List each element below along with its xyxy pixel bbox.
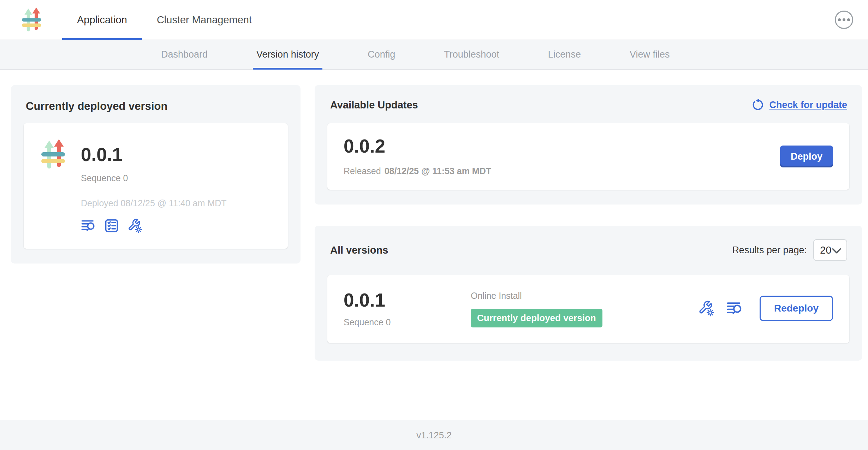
edit-config-icon[interactable]	[127, 218, 142, 233]
release-notes-icon[interactable]	[81, 218, 96, 233]
update-version-number: 0.0.2	[344, 137, 491, 155]
release-notes-icon[interactable]	[726, 300, 743, 316]
all-versions-card: All versions Results per page: 20 0.0.	[315, 226, 862, 361]
console-version: v1.125.2	[416, 430, 452, 441]
version-row: 0.0.1 Sequence 0 Online Install Currentl…	[327, 275, 849, 343]
check-for-update-link[interactable]: Check for update	[751, 99, 847, 111]
version-row-actions: Redeploy	[698, 296, 833, 321]
deployed-version-number: 0.0.1	[81, 145, 227, 164]
tab-application-label: Application	[77, 14, 127, 26]
subnav-tab-dashboard[interactable]: Dashboard	[160, 40, 209, 69]
check-for-update-label: Check for update	[769, 100, 847, 111]
results-per-page: Results per page: 20	[732, 239, 847, 261]
deploy-button[interactable]: Deploy	[780, 146, 833, 167]
currently-deployed-title: Currently deployed version	[26, 100, 288, 113]
edit-config-icon[interactable]	[698, 300, 714, 316]
available-updates-header: Available Updates Check for update	[327, 96, 849, 111]
deployed-sequence: Sequence 0	[81, 173, 227, 183]
tab-cluster-management-label: Cluster Management	[157, 14, 252, 26]
tab-application[interactable]: Application	[62, 0, 142, 40]
available-updates-title: Available Updates	[330, 99, 418, 111]
tab-cluster-management[interactable]: Cluster Management	[142, 0, 267, 40]
admin-console-page: Application Cluster Management Dashboard…	[0, 0, 868, 450]
app-logo-icon	[19, 6, 47, 34]
install-type-label: Online Install	[471, 291, 602, 301]
header-nav: Application Cluster Management	[62, 0, 267, 40]
ellipsis-icon	[838, 18, 841, 21]
deployed-version-actions	[81, 218, 227, 233]
right-column: Available Updates Check for update 0.0.2…	[315, 85, 862, 361]
results-per-page-select[interactable]: 20	[813, 239, 847, 261]
chevron-down-icon	[832, 248, 841, 254]
version-row-identity: 0.0.1 Sequence 0	[344, 291, 471, 327]
deployed-version-details: 0.0.1 Sequence 0 Deployed 08/12/25 @ 11:…	[81, 137, 227, 233]
currently-deployed-badge: Currently deployed version	[471, 309, 602, 327]
version-history-content: Currently deployed version 0.0.1 Sequenc…	[0, 70, 868, 420]
results-per-page-label: Results per page:	[732, 245, 807, 256]
update-details: 0.0.2 Released08/12/25 @ 11:53 am MDT	[344, 137, 491, 176]
app-logo-icon	[38, 137, 72, 171]
deployed-timestamp: Deployed 08/12/25 @ 11:40 am MDT	[81, 198, 227, 208]
version-row-status: Online Install Currently deployed versio…	[471, 291, 602, 327]
all-versions-header: All versions Results per page: 20	[327, 237, 849, 261]
update-released-line: Released08/12/25 @ 11:53 am MDT	[344, 166, 491, 176]
deployed-version-card: 0.0.1 Sequence 0 Deployed 08/12/25 @ 11:…	[24, 123, 288, 249]
app-footer: v1.125.2	[0, 420, 868, 450]
subnav-tab-version-history[interactable]: Version history	[255, 40, 320, 69]
results-per-page-value: 20	[820, 244, 831, 256]
currently-deployed-card: Currently deployed version 0.0.1 Sequenc…	[11, 85, 301, 264]
released-prefix: Released	[344, 166, 381, 176]
row-version-number: 0.0.1	[344, 291, 471, 309]
redeploy-button[interactable]: Redeploy	[760, 296, 833, 321]
released-date: 08/12/25 @ 11:53 am MDT	[385, 166, 491, 176]
refresh-icon	[751, 99, 764, 111]
all-versions-title: All versions	[330, 244, 388, 256]
subnav-tab-config[interactable]: Config	[366, 40, 397, 69]
subnav-tab-view-files[interactable]: View files	[628, 40, 671, 69]
update-row: 0.0.2 Released08/12/25 @ 11:53 am MDT De…	[327, 123, 849, 190]
app-header: Application Cluster Management	[0, 0, 868, 40]
app-subnav: Dashboard Version history Config Trouble…	[0, 40, 868, 70]
subnav-tab-troubleshoot[interactable]: Troubleshoot	[442, 40, 501, 69]
available-updates-card: Available Updates Check for update 0.0.2…	[315, 85, 862, 205]
preflight-checks-icon[interactable]	[104, 218, 119, 233]
subnav-tab-license[interactable]: License	[547, 40, 582, 69]
more-options-button[interactable]	[835, 11, 853, 29]
row-sequence: Sequence 0	[344, 317, 471, 327]
